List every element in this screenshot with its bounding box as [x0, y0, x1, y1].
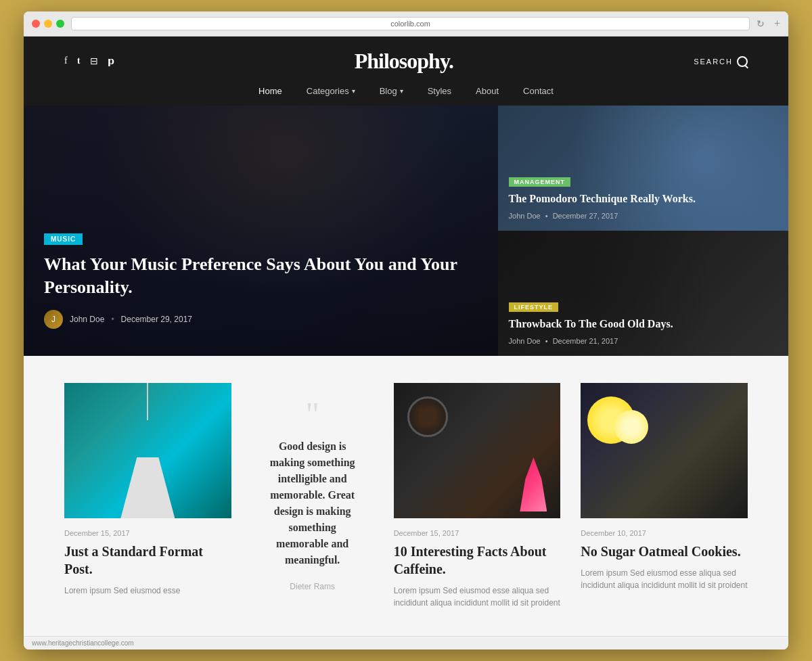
social-icons: f 𝐭 ⊟ 𝗽: [64, 55, 114, 67]
yellow-flower-2: [614, 410, 648, 444]
side-date-2: December 21, 2017: [553, 337, 618, 345]
close-button[interactable]: [32, 20, 40, 28]
twitter-icon[interactable]: 𝐭: [77, 55, 81, 67]
side-title-2: Throwback To The Good Old Days.: [509, 317, 777, 332]
side-tag-2: LIFESTYLE: [509, 302, 559, 312]
instagram-icon[interactable]: ⊟: [90, 55, 98, 67]
post-excerpt-2: Lorem ipsum Sed eiusmod esse aliqua sed …: [394, 585, 561, 609]
site-logo[interactable]: Philosophy.: [355, 49, 453, 74]
tulip-flower: [520, 457, 547, 511]
browser-chrome: colorlib.com ↻ +: [24, 12, 788, 37]
search-label: SEARCH: [694, 58, 733, 66]
minimize-button[interactable]: [44, 20, 52, 28]
post-card-flowers[interactable]: December 10, 2017 No Sugar Oatmeal Cooki…: [581, 383, 748, 609]
quote-author: Dieter Rams: [290, 582, 335, 591]
nav-item-contact[interactable]: Contact: [523, 86, 554, 96]
hero-side-card-2[interactable]: LIFESTYLE Throwback To The Good Old Days…: [498, 231, 788, 356]
nav-item-categories[interactable]: Categories ▾: [307, 86, 355, 96]
hero-side-posts: MANAGEMENT The Pomodoro Technique Really…: [498, 106, 788, 356]
side-author-2: John Doe: [509, 337, 541, 345]
site-navigation: Home Categories ▾ Blog ▾ Styles About Co…: [24, 86, 788, 106]
facebook-icon[interactable]: f: [64, 55, 68, 67]
flowers-image: [581, 383, 748, 518]
hero-author: John Doe: [70, 315, 104, 324]
post-title-1: Just a Standard Format Post.: [64, 543, 231, 578]
nav-item-home[interactable]: Home: [258, 86, 282, 96]
chevron-down-icon: ▾: [352, 87, 355, 95]
side-author-1: John Doe: [509, 212, 541, 220]
browser-window: colorlib.com ↻ + f 𝐭 ⊟ 𝗽 Philosophy. SEA…: [24, 12, 788, 649]
new-tab-button[interactable]: +: [774, 18, 780, 30]
post-date-3: December 10, 2017: [581, 529, 748, 537]
post-card-coffee[interactable]: December 15, 2017 10 Interesting Facts A…: [394, 383, 561, 609]
coffee-image: [394, 383, 561, 518]
content-section: December 15, 2017 Just a Standard Format…: [24, 356, 788, 636]
quote-text: Good design is making something intellig…: [265, 438, 360, 568]
hero-main-post[interactable]: MUSIC What Your Music Preference Says Ab…: [24, 106, 498, 356]
post-excerpt-3: Lorem ipsum Sed eiusmod esse aliqua sed …: [581, 567, 748, 591]
status-bar: www.heritagechristiancollege.com: [24, 636, 788, 649]
hero-side-card-1[interactable]: MANAGEMENT The Pomodoro Technique Really…: [498, 106, 788, 231]
hero-date: December 29, 2017: [121, 315, 192, 324]
lamp-image: [64, 383, 231, 518]
post-date-1: December 15, 2017: [64, 529, 231, 537]
side-date-1: December 27, 2017: [553, 212, 618, 220]
side-title-1: The Pomodoro Technique Really Works.: [509, 192, 777, 206]
card-content-2: LIFESTYLE Throwback To The Good Old Days…: [509, 300, 777, 345]
nav-item-styles[interactable]: Styles: [428, 86, 451, 96]
hero-title: What Your Music Preference Says About Yo…: [44, 253, 478, 299]
post-date-2: December 15, 2017: [394, 529, 561, 537]
traffic-lights: [32, 20, 64, 28]
hero-section: MUSIC What Your Music Preference Says Ab…: [24, 106, 788, 356]
post-excerpt-1: Lorem ipsum Sed eiusmod esse: [64, 585, 231, 597]
hero-content: MUSIC What Your Music Preference Says Ab…: [44, 232, 478, 329]
search-icon: [737, 56, 748, 67]
coffee-cup: [407, 396, 448, 437]
maximize-button[interactable]: [56, 20, 64, 28]
author-avatar: J: [44, 310, 63, 329]
hero-tag-badge[interactable]: MUSIC: [44, 233, 83, 245]
meta-dot: •: [543, 212, 551, 220]
lamp-cord: [147, 383, 148, 420]
nav-item-blog[interactable]: Blog ▾: [380, 86, 403, 96]
refresh-button[interactable]: ↻: [757, 18, 765, 30]
quote-mark-icon: ": [305, 401, 319, 428]
meta-dot: •: [543, 337, 551, 345]
pinterest-icon[interactable]: 𝗽: [108, 55, 114, 67]
hero-meta: J John Doe • December 29, 2017: [44, 310, 478, 329]
post-card-lamp[interactable]: December 15, 2017 Just a Standard Format…: [64, 383, 231, 609]
search-button[interactable]: SEARCH: [694, 56, 748, 67]
site-header: f 𝐭 ⊟ 𝗽 Philosophy. SEARCH: [24, 37, 788, 86]
side-meta-2: John Doe • December 21, 2017: [509, 337, 777, 345]
lamp-shade: [120, 457, 175, 518]
address-bar[interactable]: colorlib.com: [71, 17, 750, 30]
quote-card: " Good design is making something intell…: [252, 383, 374, 609]
nav-item-about[interactable]: About: [476, 86, 499, 96]
side-tag-1: MANAGEMENT: [509, 177, 571, 187]
card-content-1: MANAGEMENT The Pomodoro Technique Really…: [509, 175, 777, 220]
post-title-2: 10 Interesting Facts About Caffeine.: [394, 543, 561, 578]
side-meta-1: John Doe • December 27, 2017: [509, 212, 777, 220]
chevron-down-icon: ▾: [400, 87, 403, 95]
meta-separator: •: [111, 315, 114, 324]
status-url: www.heritagechristiancollege.com: [32, 639, 134, 647]
post-title-3: No Sugar Oatmeal Cookies.: [581, 543, 748, 560]
